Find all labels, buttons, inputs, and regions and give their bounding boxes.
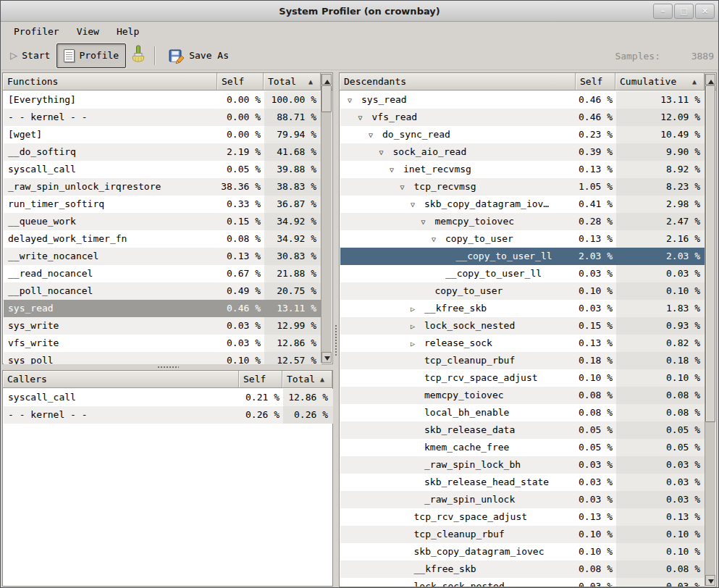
descendants-vertical-scrollbar[interactable]	[705, 74, 715, 586]
column-header-self[interactable]: Self	[217, 73, 264, 90]
tree-row[interactable]: __copy_to_user_ll2.03 %2.03 %	[340, 248, 705, 265]
close-button[interactable]: ✕	[695, 4, 715, 19]
tree-row[interactable]: memcpy_toiovec0.08 %0.08 %	[340, 387, 705, 404]
table-row[interactable]: syscall_call0.05 %39.88 %	[4, 161, 321, 178]
tree-row[interactable]: ▷__kfree_skb0.03 %1.83 %	[340, 300, 705, 317]
column-header-total[interactable]: Total▲	[282, 371, 332, 387]
save-as-button[interactable]: Save As	[162, 43, 235, 68]
column-header-cumulative[interactable]: Cumulative▲	[615, 73, 705, 90]
tree-row[interactable]: skb_copy_datagram_iovec0.10 %0.10 %	[340, 543, 705, 560]
function-name-label: tcp_cleanup_rbuf	[414, 529, 505, 539]
tree-row[interactable]: ▽memcpy_toiovec0.28 %2.47 %	[340, 213, 705, 230]
table-row[interactable]: sys_write0.03 %12.99 %	[4, 317, 321, 335]
table-row[interactable]: __poll_nocancel0.49 %20.75 %	[4, 282, 321, 300]
table-row[interactable]: __write_nocancel0.13 %30.83 %	[4, 248, 321, 265]
expander-open-icon[interactable]: ▽	[379, 144, 393, 161]
tree-row[interactable]: tcp_cleanup_rbuf0.10 %0.10 %	[340, 526, 705, 543]
table-row[interactable]: syscall_call0.21 %12.86 %	[4, 389, 333, 406]
table-row[interactable]: [Everything]0.00 %100.00 %	[4, 91, 321, 109]
tree-row[interactable]: kmem_cache_free0.05 %0.05 %	[340, 439, 705, 456]
tree-row[interactable]: ▽copy_to_user0.13 %2.16 %	[340, 230, 705, 248]
scroll-up-button[interactable]	[705, 74, 715, 85]
table-row[interactable]: sys_read0.46 %13.11 %	[4, 300, 321, 317]
total-percent-cell: 100.00 %	[264, 91, 321, 109]
tree-row[interactable]: skb_release_data0.05 %0.05 %	[340, 421, 705, 439]
column-header-descendants[interactable]: Descendants	[340, 73, 576, 90]
column-header-total[interactable]: Total▲	[264, 73, 321, 90]
tree-row[interactable]: ▽tcp_recvmsg1.05 %8.23 %	[340, 178, 705, 196]
expander-open-icon[interactable]: ▽	[411, 196, 424, 213]
function-name-cell: vfs_write	[4, 335, 218, 352]
expander-collapsed-icon[interactable]: ▷	[411, 301, 424, 317]
tree-row[interactable]: ▽skb_copy_datagram_iov…0.41 %2.98 %	[340, 196, 705, 213]
table-row[interactable]: vfs_write0.03 %12.86 %	[4, 335, 321, 352]
expander-open-icon[interactable]: ▽	[348, 92, 361, 109]
tree-row[interactable]: ▽sys_read0.46 %13.11 %	[340, 91, 705, 109]
scrollbar-thumb[interactable]	[705, 85, 715, 422]
maximize-button[interactable]: □	[674, 4, 694, 19]
column-header-self[interactable]: Self	[576, 73, 615, 90]
self-percent-cell: 0.08 %	[576, 560, 616, 578]
vertical-splitter-handle[interactable]	[334, 72, 339, 587]
tree-row[interactable]: skb_release_head_state0.03 %0.03 %	[340, 474, 705, 491]
tree-row[interactable]: ▽vfs_read0.46 %12.09 %	[340, 109, 705, 126]
expander-open-icon[interactable]: ▽	[421, 214, 435, 230]
table-row[interactable]: __queue_work0.15 %34.92 %	[4, 213, 321, 230]
table-row[interactable]: __do_softirq2.19 %41.68 %	[4, 143, 321, 161]
tree-row[interactable]: ▷lock_sock_nested0.15 %0.93 %	[340, 317, 705, 335]
scroll-down-button[interactable]	[321, 352, 332, 363]
tree-row[interactable]: _raw_spin_lock_bh0.03 %0.03 %	[340, 456, 705, 474]
tree-row[interactable]: copy_to_user0.10 %0.10 %	[340, 282, 705, 300]
table-row[interactable]: _raw_spin_unlock_irqrestore38.36 %38.83 …	[4, 178, 321, 196]
table-row[interactable]: run_timer_softirq0.33 %36.87 %	[4, 196, 321, 213]
column-header-functions[interactable]: Functions	[3, 73, 217, 90]
scrollbar-thumb[interactable]	[321, 85, 332, 112]
table-row[interactable]: delayed_work_timer_fn0.08 %34.92 %	[4, 230, 321, 248]
expander-collapsed-icon[interactable]: ▷	[411, 318, 424, 335]
function-name-cell: [wget]	[4, 126, 218, 143]
total-percent-cell: 41.68 %	[264, 143, 321, 161]
table-row[interactable]: [wget]0.00 %79.94 %	[4, 126, 321, 143]
expander-open-icon[interactable]: ▽	[358, 109, 372, 126]
cumulative-percent-cell: 0.05 %	[616, 439, 705, 456]
horizontal-splitter-handle[interactable]	[2, 365, 333, 370]
expander-open-icon[interactable]: ▽	[400, 179, 414, 196]
menu-view[interactable]: View	[72, 24, 104, 39]
tree-row[interactable]: tcp_cleanup_rbuf0.18 %0.18 %	[340, 352, 705, 369]
expander-open-icon[interactable]: ▽	[369, 127, 382, 143]
table-row[interactable]: - - kernel - -0.00 %88.71 %	[4, 109, 321, 126]
reset-button[interactable]	[126, 43, 150, 68]
tree-row[interactable]: local_bh_enable0.08 %0.08 %	[340, 404, 705, 421]
tree-row[interactable]: _raw_spin_unlock0.03 %0.03 %	[340, 491, 705, 508]
tree-row[interactable]: lock_sock_nested0.03 %0.03 %	[340, 578, 705, 587]
menu-profiler[interactable]: Profiler	[9, 24, 64, 39]
minimize-button[interactable]: –	[653, 4, 673, 19]
profile-toggle-button[interactable]: Profile	[56, 43, 126, 68]
expander-open-icon[interactable]: ▽	[390, 161, 403, 178]
scroll-up-button[interactable]	[321, 74, 332, 85]
tree-row[interactable]: __copy_to_user_ll0.03 %0.03 %	[340, 265, 705, 282]
function-name-label: skb_copy_datagram_iovec	[414, 546, 544, 557]
cumulative-percent-cell: 0.10 %	[616, 369, 705, 387]
expander-collapsed-icon[interactable]: ▷	[411, 335, 424, 352]
table-row[interactable]: - - kernel - -0.26 %0.26 %	[4, 406, 333, 424]
function-name-cell: skb_copy_datagram_iovec	[340, 543, 576, 560]
function-name-label: tcp_rcv_space_adjust	[424, 372, 538, 383]
tree-row[interactable]: tcp_rcv_space_adjust0.13 %0.13 %	[340, 508, 705, 526]
menu-help[interactable]: Help	[112, 24, 143, 39]
table-row[interactable]: sys_poll0.10 %12.57 %	[4, 352, 321, 364]
column-header-self[interactable]: Self	[239, 371, 282, 387]
tree-row[interactable]: tcp_rcv_space_adjust0.10 %0.10 %	[340, 369, 705, 387]
functions-vertical-scrollbar[interactable]	[321, 74, 332, 363]
column-header-callers[interactable]: Callers	[3, 371, 239, 387]
expander-open-icon[interactable]: ▽	[432, 231, 445, 248]
start-button[interactable]: ▷ Start	[4, 43, 56, 68]
tree-row[interactable]: ▽sock_aio_read0.39 %9.90 %	[340, 143, 705, 161]
tree-row[interactable]: __kfree_skb0.08 %0.08 %	[340, 560, 705, 578]
table-row[interactable]: __read_nocancel0.67 %21.88 %	[4, 265, 321, 282]
self-percent-cell: 0.13 %	[576, 230, 616, 248]
tree-row[interactable]: ▷release_sock0.13 %0.82 %	[340, 335, 705, 352]
scroll-down-button[interactable]	[705, 575, 715, 586]
tree-row[interactable]: ▽do_sync_read0.23 %10.49 %	[340, 126, 705, 143]
tree-row[interactable]: ▽inet_recvmsg0.13 %8.92 %	[340, 161, 705, 178]
